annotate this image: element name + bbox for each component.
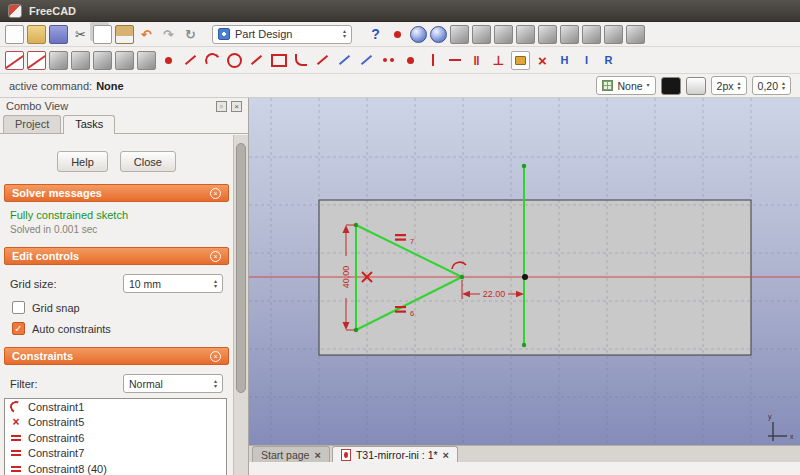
constrain-parallel-icon[interactable]: ‖ (467, 51, 486, 70)
measure-distance-icon[interactable] (626, 25, 645, 44)
collapse-icon[interactable]: × (210, 251, 221, 262)
open-document-icon[interactable] (27, 25, 46, 44)
cut-icon[interactable]: ✂ (71, 25, 90, 44)
combo-view-panel: Combo View ▫ × Project Tasks Help Close … (0, 98, 249, 475)
save-document-icon[interactable] (49, 25, 68, 44)
toolbar-sketcher: ‖⊥×HIR (0, 47, 800, 74)
scrollbar-thumb[interactable] (236, 143, 246, 393)
section-constraints[interactable]: Constraints × (4, 347, 229, 365)
document-tab-label: T31-mirror-ini : 1* (356, 449, 438, 461)
3d-viewport[interactable]: 40,00 22.00 (249, 98, 800, 445)
refresh-icon[interactable]: ↻ (181, 25, 200, 44)
document-tab[interactable]: Start page× (252, 446, 330, 462)
constraint-list-item[interactable]: ×Constraint5 (5, 415, 226, 431)
tab-project[interactable]: Project (3, 115, 61, 133)
axonometric-view-icon[interactable] (472, 25, 491, 44)
chevron-down-icon: ▴▾ (343, 29, 346, 39)
axis-x-label: x (790, 433, 794, 440)
rear-view-icon[interactable] (560, 25, 579, 44)
section-solver-messages[interactable]: Solver messages × (4, 184, 229, 202)
constrain-coincident-icon[interactable] (379, 51, 398, 70)
auto-constraints-checkbox[interactable]: Auto constraints (12, 322, 233, 335)
section-edit-controls[interactable]: Edit controls × (4, 247, 229, 265)
constrain-lock-icon[interactable] (511, 51, 530, 70)
close-panel-icon[interactable]: × (231, 101, 242, 112)
create-point-icon[interactable] (159, 51, 178, 70)
create-polyline-icon[interactable] (247, 51, 266, 70)
constrain-distance-horizontal-icon[interactable]: H (555, 51, 574, 70)
view-section-icon[interactable] (137, 51, 156, 70)
create-sketch-icon[interactable] (5, 51, 24, 70)
left-view-icon[interactable] (604, 25, 623, 44)
close-tab-icon[interactable]: × (443, 450, 449, 460)
close-button[interactable]: Close (120, 151, 176, 172)
fit-all-view-icon[interactable] (450, 25, 469, 44)
sketch-canvas[interactable]: 40,00 22.00 (249, 98, 800, 445)
fill-color-swatch[interactable] (686, 77, 706, 95)
help-button[interactable]: Help (57, 151, 108, 172)
validate-sketch-icon[interactable] (115, 51, 134, 70)
snap-selector[interactable]: None ▾ (596, 76, 655, 95)
tab-tasks[interactable]: Tasks (63, 115, 115, 134)
map-sketch-icon[interactable] (71, 51, 90, 70)
reorient-sketch-icon[interactable] (93, 51, 112, 70)
right-view-icon[interactable] (538, 25, 557, 44)
constraint-tag-label: 6 (410, 309, 414, 318)
constraint-list[interactable]: Constraint1×Constraint5Constraint6Constr… (4, 398, 227, 475)
create-rectangle-icon[interactable] (269, 51, 288, 70)
new-document-icon[interactable] (5, 25, 24, 44)
panel-scrollbar[interactable] (233, 135, 248, 475)
grid-size-select[interactable]: 10 mm ▴▾ (123, 274, 223, 293)
appearance-controls: None ▾ 2px ▴▾ 0,20 ▴▾ (596, 76, 791, 95)
spinner-icon[interactable]: ▴▾ (214, 379, 217, 389)
point-size-select[interactable]: 0,20 ▴▾ (752, 76, 791, 95)
spinner-icon[interactable]: ▴▾ (214, 279, 217, 289)
create-fillet-icon[interactable] (291, 51, 310, 70)
toggle-construction-icon[interactable] (357, 51, 376, 70)
constraint-list-item[interactable]: Constraint8 (40) (5, 461, 226, 475)
constrain-perpendicular-icon[interactable]: ⊥ (489, 51, 508, 70)
vertical-dimension-label[interactable]: 40,00 (341, 266, 351, 289)
float-panel-icon[interactable]: ▫ (216, 101, 227, 112)
constrain-distance-vertical-icon[interactable]: I (577, 51, 596, 70)
collapse-icon[interactable]: × (210, 351, 221, 362)
grid-snap-checkbox[interactable]: Grid snap (12, 301, 233, 314)
macro-record-icon[interactable] (388, 25, 407, 44)
trim-edge-icon[interactable] (313, 51, 332, 70)
command-bar: active command: None None ▾ 2px ▴▾ 0,20 … (0, 74, 800, 98)
close-tab-icon[interactable]: × (314, 450, 320, 460)
front-view-icon[interactable] (494, 25, 513, 44)
collapse-icon[interactable]: × (210, 188, 221, 199)
view-sketch-icon[interactable] (49, 51, 68, 70)
document-tab[interactable]: T31-mirror-ini : 1*× (332, 446, 458, 462)
paste-icon[interactable] (115, 25, 134, 44)
undo-icon[interactable]: ↶ (137, 25, 156, 44)
filter-select[interactable]: Normal ▴▾ (123, 374, 223, 393)
workbench-selector[interactable]: Part Design ▴▾ (212, 25, 352, 44)
origin-point[interactable] (522, 274, 528, 280)
constraint-list-item[interactable]: Constraint7 (5, 446, 226, 462)
panel-title: Combo View (6, 100, 68, 112)
create-arc-icon[interactable] (203, 51, 222, 70)
leave-sketch-icon[interactable] (27, 51, 46, 70)
constrain-symmetric-icon[interactable]: × (533, 51, 552, 70)
horizontal-dimension-label[interactable]: 22.00 (483, 289, 506, 299)
constrain-point-on-object-icon[interactable] (401, 51, 420, 70)
whatsthis-help-icon[interactable]: ? (366, 25, 385, 44)
constraint-list-item[interactable]: Constraint1 (5, 399, 226, 415)
redo-icon[interactable]: ↷ (159, 25, 178, 44)
create-circle-icon[interactable] (225, 51, 244, 70)
line-color-swatch[interactable] (661, 77, 681, 95)
copy-icon[interactable] (93, 25, 112, 44)
top-view-icon[interactable] (516, 25, 535, 44)
constrain-vertical-icon[interactable] (423, 51, 442, 70)
constrain-horizontal-icon[interactable] (445, 51, 464, 70)
macro-execute-icon[interactable] (430, 26, 447, 43)
line-width-select[interactable]: 2px ▴▾ (711, 76, 747, 95)
external-geometry-icon[interactable] (335, 51, 354, 70)
constraint-list-item[interactable]: Constraint6 (5, 430, 226, 446)
bottom-view-icon[interactable] (582, 25, 601, 44)
constrain-radius-icon[interactable]: R (599, 51, 618, 70)
macro-stop-icon[interactable] (410, 26, 427, 43)
create-line-icon[interactable] (181, 51, 200, 70)
